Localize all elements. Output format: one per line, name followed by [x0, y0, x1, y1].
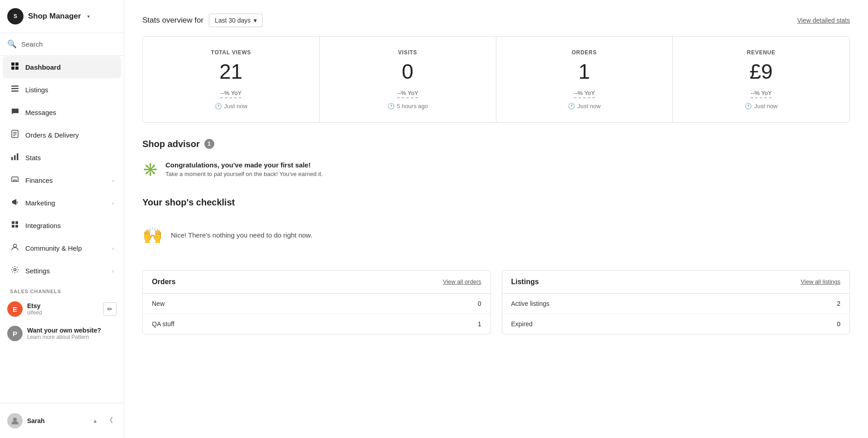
sidebar-item-stats[interactable]: Stats: [3, 147, 121, 169]
bottom-tables: Orders View all orders New 0 QA stuff 1 …: [142, 270, 850, 334]
orders-icon: [10, 130, 20, 140]
visits-label: VISITS: [330, 49, 485, 56]
user-item[interactable]: Sarah ▲ 《: [0, 408, 124, 433]
stats-overview-title: Stats overview for: [142, 16, 203, 25]
orders-card-header: Orders View all orders: [143, 271, 491, 294]
etsy-sub: uifeed: [27, 309, 99, 316]
total-views-value: 21: [154, 60, 308, 83]
sidebar-search[interactable]: 🔍 Search: [0, 33, 124, 56]
svg-rect-6: [11, 86, 19, 87]
listings-card: Listings View all listings Active listin…: [502, 270, 850, 334]
expired-listings-value: 0: [837, 320, 840, 328]
svg-rect-18: [12, 225, 14, 228]
checklist-empty-state: 🙌 Nice! There's nothing you need to do r…: [142, 217, 850, 254]
shop-advisor-header: Shop advisor 1: [142, 139, 850, 149]
advisor-text: Congratulations, you've made your first …: [165, 161, 323, 177]
svg-rect-4: [11, 67, 14, 70]
stats-label: Stats: [25, 154, 114, 162]
advisor-item: ✳️ Congratulations, you've made your fir…: [142, 157, 850, 181]
active-listings-label: Active listings: [511, 300, 550, 307]
revenue-label: REVENUE: [684, 49, 839, 56]
view-detailed-stats-link[interactable]: View detailed stats: [797, 17, 850, 24]
total-views-updated: 🕐 Just now: [154, 103, 308, 110]
community-chevron: ›: [112, 246, 114, 251]
pattern-avatar: P: [7, 326, 23, 341]
svg-rect-11: [13, 134, 17, 135]
listings-row-active: Active listings 2: [502, 294, 850, 314]
svg-rect-5: [15, 67, 19, 70]
sidebar-item-dashboard[interactable]: Dashboard: [3, 56, 121, 78]
sales-channels-label: SALES CHANNELS: [0, 282, 124, 297]
revenue-updated: 🕐 Just now: [684, 103, 839, 110]
svg-rect-10: [13, 132, 17, 133]
visits-updated: 🕐 5 hours ago: [330, 103, 485, 110]
advisor-item-sub: Take a moment to pat yourself on the bac…: [165, 171, 323, 177]
sidebar-item-finances[interactable]: Finances ›: [3, 169, 121, 191]
sidebar-header[interactable]: S Shop Manager ▾: [0, 0, 124, 33]
orders-card: Orders View all orders New 0 QA stuff 1: [142, 270, 491, 334]
sidebar-item-marketing[interactable]: Marketing ›: [3, 192, 121, 214]
orders-qa-value: 1: [478, 320, 481, 328]
clock-icon-visits: 🕐: [387, 103, 395, 110]
view-all-orders-link[interactable]: View all orders: [443, 278, 481, 285]
dashboard-label: Dashboard: [25, 63, 114, 71]
view-all-listings-link[interactable]: View all listings: [801, 278, 840, 285]
etsy-name: Etsy: [27, 302, 99, 309]
stats-period-button[interactable]: Last 30 days ▾: [209, 14, 262, 27]
settings-chevron: ›: [112, 268, 114, 274]
sidebar-item-community-help[interactable]: Community & Help ›: [3, 237, 121, 259]
listings-card-header: Listings View all listings: [502, 271, 850, 294]
orders-row-new: New 0: [143, 294, 491, 314]
listings-icon: [10, 85, 20, 95]
sidebar-item-integrations[interactable]: Integrations: [3, 214, 121, 237]
expired-listings-label: Expired: [511, 320, 533, 328]
marketing-icon: [10, 198, 20, 208]
svg-rect-17: [15, 221, 18, 224]
revenue-value: £9: [684, 60, 839, 83]
finances-icon: [10, 175, 20, 186]
sidebar-item-listings[interactable]: Listings: [3, 79, 121, 101]
stats-title-row: Stats overview for Last 30 days ▾: [142, 14, 263, 27]
etsy-channel-item[interactable]: E Etsy uifeed ✏: [0, 297, 124, 321]
etsy-edit-button[interactable]: ✏: [103, 302, 117, 316]
listings-row-expired: Expired 0: [502, 314, 850, 334]
orders-card-title: Orders: [152, 278, 175, 286]
pattern-channel-item[interactable]: P Want your own website? Learn more abou…: [0, 321, 124, 346]
svg-rect-16: [12, 221, 14, 224]
settings-label: Settings: [25, 267, 107, 275]
stats-grid: TOTAL VIEWS 21 --% YoY 🕐 Just now VISITS…: [142, 36, 850, 123]
svg-rect-15: [17, 153, 19, 160]
active-listings-value: 2: [837, 300, 840, 307]
main-content: Stats overview for Last 30 days ▾ View d…: [124, 0, 868, 438]
celebration-icon: ✳️: [142, 162, 158, 177]
svg-point-22: [13, 418, 17, 421]
sidebar-nav: Dashboard Listings Messages Orders & Del…: [0, 56, 124, 403]
orders-new-value: 0: [478, 300, 481, 307]
svg-rect-12: [13, 135, 15, 136]
stats-header: Stats overview for Last 30 days ▾ View d…: [142, 14, 850, 27]
shop-logo: S: [7, 8, 24, 24]
sidebar-item-messages[interactable]: Messages: [3, 101, 121, 124]
orders-stat-label: ORDERS: [507, 49, 662, 56]
svg-rect-3: [15, 62, 19, 66]
stats-overview-section: Stats overview for Last 30 days ▾ View d…: [142, 14, 850, 123]
visits-yoy: --% YoY: [397, 90, 418, 98]
revenue-yoy: --% YoY: [750, 90, 772, 98]
community-help-label: Community & Help: [25, 244, 107, 252]
settings-icon: [10, 266, 20, 276]
clock-icon-total-views: 🕐: [215, 103, 222, 110]
sidebar-item-orders-delivery[interactable]: Orders & Delivery: [3, 124, 121, 146]
sidebar: S Shop Manager ▾ 🔍 Search Dashboard List…: [0, 0, 124, 438]
sidebar-collapse-button[interactable]: 《: [102, 412, 117, 429]
clock-icon-revenue: 🕐: [745, 103, 752, 110]
svg-point-21: [14, 269, 16, 271]
svg-rect-7: [11, 88, 19, 90]
etsy-avatar: E: [7, 301, 23, 317]
svg-text:S: S: [14, 13, 17, 19]
shop-manager-title: Shop Manager: [28, 12, 81, 21]
shop-manager-chevron: ▾: [87, 14, 90, 19]
sidebar-item-settings[interactable]: Settings ›: [3, 260, 121, 282]
advisor-badge: 1: [204, 139, 214, 149]
dashboard-icon: [10, 62, 20, 72]
integrations-icon: [10, 220, 20, 231]
